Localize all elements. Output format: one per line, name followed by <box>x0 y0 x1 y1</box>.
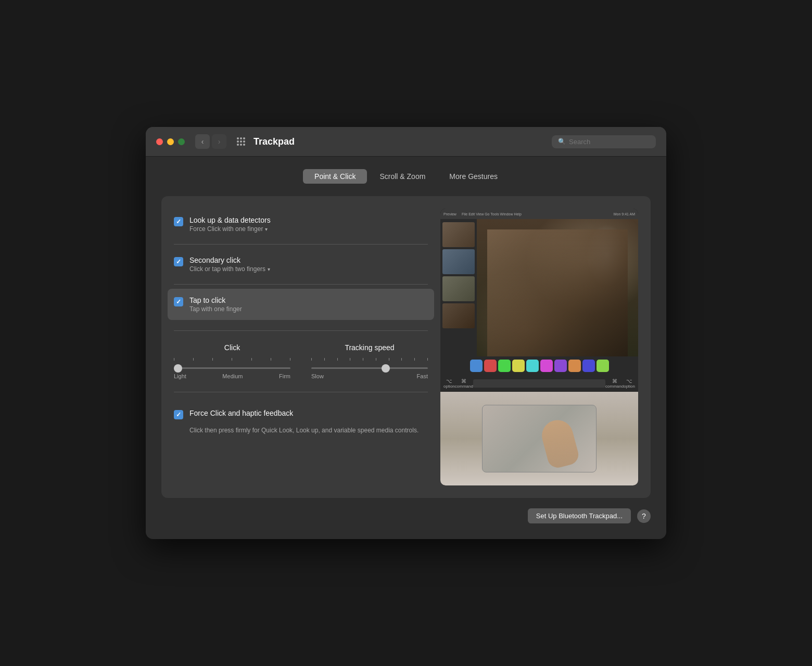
tracking-slider-label: Tracking speed <box>311 343 428 352</box>
tab-scroll-zoom[interactable]: Scroll & Zoom <box>368 169 437 184</box>
secondary-click-checkbox[interactable]: ✓ <box>174 257 183 266</box>
tap-to-click-row: ✓ Tap to click Tap with one finger <box>168 289 434 320</box>
main-window: ‹ › Trackpad 🔍 Point & Click Scroll & Zo… <box>146 127 666 539</box>
preview-main-image <box>477 219 638 356</box>
click-max-label: Firm <box>279 373 290 379</box>
forward-button[interactable]: › <box>212 134 226 149</box>
minimize-button[interactable] <box>167 138 174 145</box>
tap-to-click-text: Tap to click Tap with one finger <box>189 296 428 313</box>
settings-left: ✓ Look up & data detectors Force Click w… <box>174 209 428 485</box>
main-panel: ✓ Look up & data detectors Force Click w… <box>161 196 651 498</box>
preview-content <box>440 219 638 356</box>
dock-icon-10 <box>597 360 609 372</box>
track-tick-9 <box>414 358 415 361</box>
track-tick-5 <box>363 358 363 361</box>
key-command-right: ⌘ command <box>605 378 624 389</box>
tick-4 <box>232 358 232 361</box>
back-button[interactable]: ‹ <box>195 134 210 149</box>
sliders-row: Click <box>174 343 428 379</box>
thumb-3 <box>442 276 475 301</box>
key-command-left: ⌘ command <box>455 378 473 389</box>
dock-icon-2 <box>484 360 497 372</box>
click-slider[interactable] <box>174 367 290 369</box>
force-click-section: ✓ Force Click and haptic feedback Click … <box>174 396 428 435</box>
title-bar: ‹ › Trackpad 🔍 <box>146 127 666 157</box>
lookup-checkbox[interactable]: ✓ <box>174 217 183 226</box>
preview-menu-text: File Edit View Go Tools Window Help <box>462 212 522 216</box>
track-tick-6 <box>376 358 376 361</box>
search-bar[interactable]: 🔍 <box>552 135 656 148</box>
click-slider-labels: Light Medium Firm <box>174 373 290 379</box>
bottom-bar: Set Up Bluetooth Trackpad... ? <box>161 508 651 523</box>
tap-to-click-title: Tap to click <box>189 296 428 304</box>
preview-sidebar <box>440 219 477 356</box>
dock-icon-9 <box>582 360 595 372</box>
lookup-text: Look up & data detectors Force Click wit… <box>189 216 428 233</box>
key-option-right: ⌥ option <box>624 378 635 389</box>
key-option-left: ⌥ option <box>443 378 455 389</box>
track-tick-8 <box>401 358 402 361</box>
track-tick-10 <box>427 358 428 361</box>
lookup-dropdown-arrow: ▾ <box>265 226 268 232</box>
tick-5 <box>251 358 252 361</box>
force-click-text: Force Click and haptic feedback <box>189 409 428 417</box>
traffic-lights <box>156 138 185 145</box>
dock-icon-6 <box>540 360 553 372</box>
thumb-2 <box>442 249 475 274</box>
lookup-subtitle[interactable]: Force Click with one finger ▾ <box>189 225 428 233</box>
tracking-slider-labels: Slow Fast <box>311 373 428 379</box>
tracking-slider[interactable] <box>311 367 428 369</box>
help-button[interactable]: ? <box>637 509 651 523</box>
dock-icon-8 <box>568 360 581 372</box>
force-click-checkmark: ✓ <box>176 411 181 418</box>
spacebar <box>473 379 605 388</box>
tab-point-click[interactable]: Point & Click <box>303 169 367 184</box>
preview-screen: Preview File Edit View Go Tools Window H… <box>440 209 638 392</box>
track-tick-1 <box>311 358 312 361</box>
preview-time: Mon 9:41 AM <box>614 212 635 216</box>
track-tick-3 <box>337 358 338 361</box>
preview-top-bar: Preview File Edit View Go Tools Window H… <box>440 209 638 219</box>
divider-2 <box>174 284 428 285</box>
force-click-title: Force Click and haptic feedback <box>189 409 428 417</box>
tap-to-click-subtitle: Tap with one finger <box>189 305 428 313</box>
app-grid-icon[interactable] <box>237 137 245 146</box>
tab-more-gestures[interactable]: More Gestures <box>438 169 509 184</box>
track-tick-7 <box>389 358 389 361</box>
click-slider-ticks <box>174 358 290 361</box>
tap-to-click-checkbox[interactable]: ✓ <box>174 297 183 306</box>
tick-2 <box>193 358 194 361</box>
lookup-title: Look up & data detectors <box>189 216 428 224</box>
bluetooth-setup-button[interactable]: Set Up Bluetooth Trackpad... <box>528 508 631 523</box>
tracking-min-label: Slow <box>311 373 324 379</box>
click-mid-label: Medium <box>222 373 243 379</box>
close-button[interactable] <box>156 138 163 145</box>
dock-icon-7 <box>554 360 567 372</box>
search-icon: 🔍 <box>558 138 566 145</box>
click-slider-group: Click <box>174 343 290 379</box>
window-title: Trackpad <box>253 136 545 147</box>
secondary-click-text: Secondary click Click or tap with two fi… <box>189 256 428 273</box>
force-click-row: ✓ Force Click and haptic feedback <box>174 405 428 424</box>
maximize-button[interactable] <box>178 138 185 145</box>
divider-4 <box>174 392 428 392</box>
tick-6 <box>271 358 271 361</box>
preview-top-bar-text: Preview <box>443 212 456 216</box>
dock-icon-3 <box>498 360 511 372</box>
dock-icon-1 <box>470 360 483 372</box>
divider-1 <box>174 244 428 245</box>
thumb-1 <box>442 222 475 247</box>
nav-buttons: ‹ › <box>195 134 226 149</box>
search-input[interactable] <box>569 138 650 146</box>
tracking-slider-ticks <box>311 358 428 361</box>
tracking-max-label: Fast <box>417 373 428 379</box>
secondary-click-subtitle[interactable]: Click or tap with two fingers ▾ <box>189 265 428 273</box>
secondary-click-checkmark: ✓ <box>176 258 181 265</box>
dock-icon-4 <box>512 360 525 372</box>
tracking-slider-group: Tracking speed <box>311 343 428 379</box>
track-tick-2 <box>324 358 325 361</box>
content-area: Point & Click Scroll & Zoom More Gesture… <box>146 157 666 539</box>
force-click-checkbox[interactable]: ✓ <box>174 410 183 419</box>
preview-dock <box>440 356 638 375</box>
person-silhouette <box>487 229 628 356</box>
